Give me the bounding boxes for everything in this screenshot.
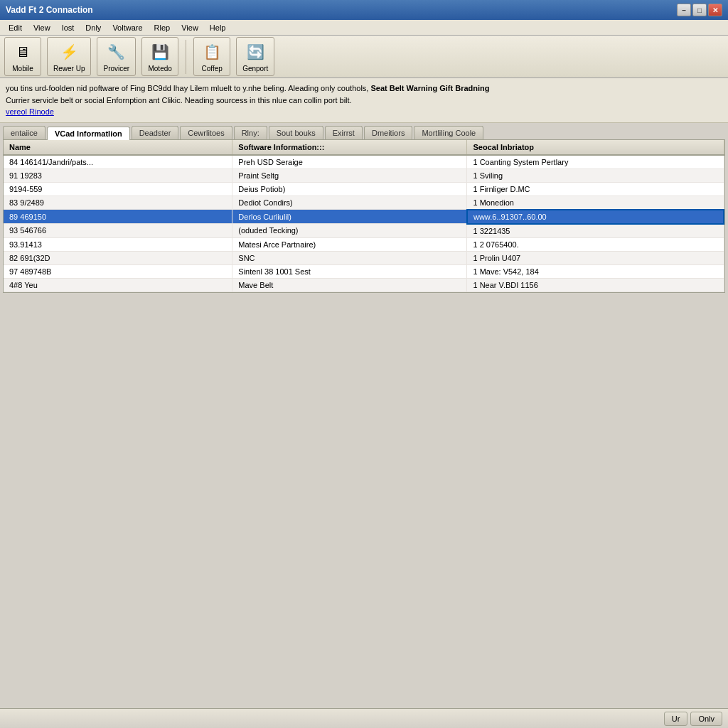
toolbar-motedo-label: Motedo xyxy=(148,65,171,73)
cell-software: Praint Seltg xyxy=(232,168,467,182)
cell-seocal: 1 Monedion xyxy=(467,196,724,210)
info-line2: Currier servicle belt or social Enfornpt… xyxy=(6,95,722,107)
cell-name: 9194-559 xyxy=(4,182,232,196)
table-row[interactable]: 84 146141/Jandri/pats...Preh USD Seraige… xyxy=(4,155,724,169)
table-row[interactable]: 91 19283Praint Seltg1 Sviling xyxy=(4,168,724,182)
table-row[interactable]: 83 9/2489Dediot Condirs)1 Monedion xyxy=(4,196,724,210)
cell-seocal: 1 Sviling xyxy=(467,168,724,182)
cell-software: Deius Potiob) xyxy=(232,182,467,196)
menu-bar: Edit View Iost Dnly Voltware Rlep View H… xyxy=(0,20,728,36)
tab-dmeitiors[interactable]: Dmeitiors xyxy=(364,126,412,139)
cell-name: 91 19283 xyxy=(4,168,232,182)
cell-name: 84 146141/Jandri/pats... xyxy=(4,155,232,169)
toolbar-coffep-button[interactable]: 📋 Coffep xyxy=(193,37,230,76)
toolbar-genport-label: Genport xyxy=(242,65,268,73)
cell-software: Matesi Arce Partnaire) xyxy=(232,237,467,251)
cell-name: 82 691(32D xyxy=(4,251,232,264)
cell-name: 83 9/2489 xyxy=(4,196,232,210)
cell-software: Preh USD Seraige xyxy=(232,155,467,169)
menu-iost[interactable]: Iost xyxy=(56,22,80,33)
tab-vcad[interactable]: VCad Informatlion xyxy=(47,127,130,140)
cell-seocal: 1 Near V.BDI 1156 xyxy=(467,278,724,291)
cell-name: 93 546766 xyxy=(4,224,232,238)
status-ur-button[interactable]: Ur xyxy=(664,712,688,726)
status-onlv-button[interactable]: Onlv xyxy=(690,712,722,726)
toolbar-provicer-label: Provicer xyxy=(103,65,129,73)
cell-software: Dediot Condirs) xyxy=(232,196,467,210)
menu-edit[interactable]: Edit xyxy=(3,22,28,33)
table-row[interactable]: 93.91413Matesi Arce Partnaire)1 2 076540… xyxy=(4,237,724,251)
data-table: Name Software Information::: Seocal Inbr… xyxy=(4,140,724,292)
toolbar-mobile-button[interactable]: 🖥 Mobile xyxy=(4,37,41,76)
toolbar-rewerup-label: Rewer Up xyxy=(53,65,85,73)
tab-exirrst[interactable]: Exirrst xyxy=(325,126,363,139)
table-row[interactable]: 97 489748BSintenl 38 1001 Sest1 Mave: V5… xyxy=(4,264,724,278)
menu-rlep[interactable]: Rlep xyxy=(149,22,176,33)
tab-rlny[interactable]: Rlny: xyxy=(234,126,267,139)
minimize-button[interactable]: – xyxy=(677,4,691,16)
table-row[interactable]: 82 691(32DSNC1 Prolin U407 xyxy=(4,251,724,264)
col-header-seocal: Seocal Inbriatop xyxy=(467,140,724,155)
cell-name: 4#8 Yeu xyxy=(4,278,232,291)
table-row[interactable]: 4#8 YeuMave Belt1 Near V.BDI 1156 xyxy=(4,278,724,291)
cell-name: 89 469150 xyxy=(4,210,232,224)
info-link[interactable]: vereol Rinode xyxy=(6,107,54,116)
info-line1: you tins urd-foolden nid poftware of Fin… xyxy=(6,82,722,95)
menu-view[interactable]: View xyxy=(28,22,56,33)
toolbar-motedo-button[interactable]: 💾 Motedo xyxy=(141,37,178,76)
toolbar-mobile-label: Mobile xyxy=(12,65,33,73)
tab-soutbouks[interactable]: Sout bouks xyxy=(269,126,323,139)
toolbar-divider xyxy=(186,40,186,74)
cell-name: 97 489748B xyxy=(4,264,232,278)
table-row[interactable]: 89 469150Derlos Curliulil)www.6..91307..… xyxy=(4,210,724,224)
info-highlight: Seat Belt Warning Gift Bradning xyxy=(370,84,489,92)
cell-seocal: 1 2 0765400. xyxy=(467,237,724,251)
content-area: Name Software Information::: Seocal Inbr… xyxy=(3,139,725,293)
table-row[interactable]: 93 546766(oduded Tecking)1 3221435 xyxy=(4,224,724,238)
toolbar: 🖥 Mobile ⚡ Rewer Up 🔧 Provicer 💾 Motedo … xyxy=(0,36,728,78)
tab-container: entaiice VCad Informatlion Deadster Cewr… xyxy=(0,123,728,139)
rewerup-icon: ⚡ xyxy=(58,41,80,63)
title-bar-text: Vadd Ft 2 Connaction xyxy=(6,5,93,15)
motedo-icon: 💾 xyxy=(149,41,171,63)
toolbar-provicer-button[interactable]: 🔧 Provicer xyxy=(97,37,136,76)
menu-help[interactable]: Help xyxy=(204,22,232,33)
provicer-icon: 🔧 xyxy=(105,41,128,63)
tab-mortliling[interactable]: Mortliling Coole xyxy=(414,126,483,139)
toolbar-rewerup-button[interactable]: ⚡ Rewer Up xyxy=(47,37,91,76)
cell-seocal: 1 Prolin U407 xyxy=(467,251,724,264)
col-header-name: Name xyxy=(4,140,232,155)
cell-name: 93.91413 xyxy=(4,237,232,251)
app-title: Vadd Ft 2 Connaction xyxy=(6,5,93,15)
tab-entaiice[interactable]: entaiice xyxy=(3,126,46,139)
tab-cewrlitoes[interactable]: Cewrlitoes xyxy=(180,126,232,139)
table-row[interactable]: 9194-559Deius Potiob)1 Firnliger D.MC xyxy=(4,182,724,196)
cell-software: Sintenl 38 1001 Sest xyxy=(232,264,467,278)
status-bar: Ur Onlv xyxy=(0,708,728,728)
tab-deadster[interactable]: Deadster xyxy=(132,126,179,139)
genport-icon: 🔄 xyxy=(244,41,267,63)
toolbar-coffep-label: Coffep xyxy=(202,65,223,73)
coffep-icon: 📋 xyxy=(200,41,223,63)
maximize-button[interactable]: □ xyxy=(692,4,707,16)
cell-seocal: 1 Coanting System Pertlary xyxy=(467,155,724,169)
cell-software: Mave Belt xyxy=(232,278,467,291)
cell-software: (oduded Tecking) xyxy=(232,224,467,238)
menu-voltware[interactable]: Voltware xyxy=(107,22,148,33)
info-banner: you tins urd-foolden nid poftware of Fin… xyxy=(0,78,728,123)
toolbar-genport-button[interactable]: 🔄 Genport xyxy=(236,37,274,76)
cell-seocal: 1 Firnliger D.MC xyxy=(467,182,724,196)
title-bar-controls: – □ ✕ xyxy=(677,4,722,16)
cell-software: SNC xyxy=(232,251,467,264)
cell-seocal: www.6..91307..60.00 xyxy=(467,210,724,224)
cell-seocal: 1 Mave: V542, 184 xyxy=(467,264,724,278)
close-button[interactable]: ✕ xyxy=(708,4,722,16)
mobile-icon: 🖥 xyxy=(11,41,34,63)
title-bar: Vadd Ft 2 Connaction – □ ✕ xyxy=(0,0,728,20)
menu-view2[interactable]: View xyxy=(176,22,204,33)
cell-software: Derlos Curliulil) xyxy=(232,210,467,224)
cell-seocal: 1 3221435 xyxy=(467,224,724,238)
menu-dnly[interactable]: Dnly xyxy=(80,22,107,33)
col-header-software: Software Information::: xyxy=(232,140,467,155)
